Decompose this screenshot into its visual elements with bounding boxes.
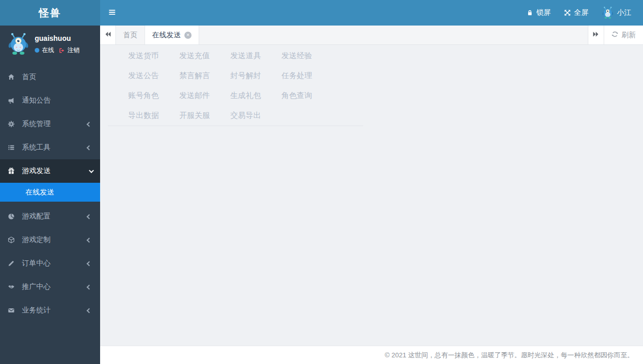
sidebar-toggle-button[interactable] <box>100 0 124 26</box>
link-send-exp[interactable]: 发送经验 <box>261 51 312 61</box>
sidebar: guaishuou 在线 注销 <box>0 26 100 364</box>
gear-icon <box>8 120 19 128</box>
tab-label: 在线发送 <box>152 31 181 40</box>
lock-screen-button[interactable]: 锁屏 <box>520 0 557 26</box>
sidebar-item-game-send[interactable]: 游戏发送 <box>0 159 100 183</box>
chevron-left-icon <box>87 308 92 313</box>
navbar-right: 锁屏 全屏 小江 <box>520 0 643 26</box>
sidebar-item-label: 推广中心 <box>22 282 51 292</box>
gift-icon <box>8 167 19 175</box>
link-export-data[interactable]: 导出数据 <box>108 111 159 120</box>
sidebar-item-system-tools[interactable]: 系统工具 <box>0 136 100 159</box>
pie-chart-icon <box>8 213 19 220</box>
lock-screen-label: 锁屏 <box>536 8 551 17</box>
hamburger-icon <box>108 9 116 17</box>
tab-label: 首页 <box>123 31 137 40</box>
chevron-down-icon <box>89 168 94 173</box>
cube-icon <box>8 236 19 244</box>
sidebar-user-panel: guaishuou 在线 注销 <box>0 26 100 63</box>
link-row: 账号角色 发送邮件 生成礼包 角色查询 <box>108 86 363 106</box>
envelope-icon <box>8 307 19 314</box>
tab-home[interactable]: 首页 <box>116 26 145 44</box>
lock-icon <box>527 9 533 16</box>
sidebar-item-label: 通知公告 <box>22 96 51 105</box>
app-logo[interactable]: 怪兽 <box>0 0 100 26</box>
logout-icon <box>59 47 65 54</box>
chevron-left-icon <box>87 214 92 219</box>
link-open-close-server[interactable]: 开服关服 <box>159 111 210 120</box>
home-icon <box>8 74 19 81</box>
sidebar-item-label: 订单中心 <box>22 259 51 268</box>
online-status-dot <box>35 48 39 53</box>
tab-bar: 首页 在线发送 × 刷新 <box>100 26 643 45</box>
sidebar-subitem-label: 在线发送 <box>26 188 54 197</box>
online-status-label: 在线 <box>42 46 54 55</box>
refresh-label: 刷新 <box>622 31 636 40</box>
user-avatar <box>7 33 30 55</box>
app-window: 怪兽 <box>0 0 643 364</box>
refresh-icon <box>611 31 618 39</box>
link-send-item[interactable]: 发送道具 <box>210 51 261 61</box>
navbar-user-name: 小江 <box>617 8 631 17</box>
link-generate-giftpack[interactable]: 生成礼包 <box>210 91 261 101</box>
tabs-scroll-left-button[interactable] <box>100 26 116 44</box>
chevron-left-icon <box>87 284 92 289</box>
close-tab-icon[interactable]: × <box>184 32 192 39</box>
link-send-announcement[interactable]: 发送公告 <box>108 71 159 81</box>
sidebar-item-label: 游戏发送 <box>22 166 51 176</box>
sidebar-item-game-custom[interactable]: 游戏定制 <box>0 228 100 252</box>
footer-text: © 2021 这世间，总有一抹颜色，温暖了季节。愿时光深处，每一种欣然都因你而至… <box>385 351 634 360</box>
sidebar-item-business-stats[interactable]: 业务统计 <box>0 299 100 322</box>
footer: © 2021 这世间，总有一抹颜色，温暖了季节。愿时光深处，每一种欣然都因你而至… <box>100 346 643 364</box>
link-role-query[interactable]: 角色查询 <box>261 91 312 101</box>
link-trade-export[interactable]: 交易导出 <box>210 111 261 120</box>
sidebar-item-home[interactable]: 首页 <box>0 65 100 89</box>
link-row: 发送货币 发送充值 发送道具 发送经验 <box>108 46 363 66</box>
link-send-recharge[interactable]: 发送充值 <box>159 51 210 61</box>
link-row: 发送公告 禁言解言 封号解封 任务处理 <box>108 66 363 86</box>
link-task-handling[interactable]: 任务处理 <box>261 71 312 81</box>
sidebar-item-label: 业务统计 <box>22 306 51 315</box>
sidebar-submenu-game-send: 在线发送 <box>0 183 100 202</box>
chevron-left-icon <box>87 145 92 150</box>
chevron-left-icon <box>87 122 92 127</box>
top-header: 怪兽 <box>0 0 643 26</box>
navbar-user-avatar <box>602 7 614 19</box>
sidebar-item-label: 系统工具 <box>22 143 51 152</box>
pencil-icon <box>8 260 19 267</box>
navbar: 锁屏 全屏 小江 <box>100 0 643 26</box>
app-title: 怪兽 <box>39 6 61 20</box>
logout-link[interactable]: 注销 <box>67 46 80 55</box>
fullscreen-label: 全屏 <box>574 8 588 17</box>
list-icon <box>8 144 19 151</box>
link-account-role[interactable]: 账号角色 <box>108 91 159 101</box>
link-send-currency[interactable]: 发送货币 <box>108 51 159 61</box>
link-mute-unmute[interactable]: 禁言解言 <box>159 71 210 81</box>
sidebar-subitem-online-send[interactable]: 在线发送 <box>0 183 100 202</box>
chevron-left-icon <box>87 237 92 242</box>
fullscreen-icon <box>564 9 571 16</box>
bullhorn-icon <box>8 97 19 104</box>
double-chevron-right-icon <box>592 31 600 40</box>
sidebar-item-label: 游戏定制 <box>22 235 51 245</box>
handshake-icon <box>8 283 19 290</box>
main-area: 首页 在线发送 × 刷新 <box>100 26 643 364</box>
link-send-mail[interactable]: 发送邮件 <box>159 91 210 101</box>
refresh-tab-button[interactable]: 刷新 <box>604 26 643 44</box>
sidebar-menu: 首页 通知公告 系统管理 <box>0 65 100 322</box>
sidebar-item-system-management[interactable]: 系统管理 <box>0 112 100 136</box>
navbar-user-menu[interactable]: 小江 <box>595 0 638 26</box>
sidebar-item-notice[interactable]: 通知公告 <box>0 89 100 112</box>
chevron-left-icon <box>87 261 92 266</box>
sidebar-item-promotion-center[interactable]: 推广中心 <box>0 275 100 299</box>
link-ban-unban[interactable]: 封号解封 <box>210 71 261 81</box>
tabs-scroll-right-button[interactable] <box>588 26 604 44</box>
fullscreen-button[interactable]: 全屏 <box>557 0 595 26</box>
sidebar-item-order-center[interactable]: 订单中心 <box>0 252 100 275</box>
user-name: guaishuou <box>35 34 80 42</box>
sidebar-item-label: 游戏配置 <box>22 212 51 221</box>
double-chevron-left-icon <box>104 31 111 40</box>
link-row: 导出数据 开服关服 交易导出 <box>108 106 363 126</box>
tab-online-send[interactable]: 在线发送 × <box>145 26 199 44</box>
sidebar-item-game-config[interactable]: 游戏配置 <box>0 205 100 228</box>
